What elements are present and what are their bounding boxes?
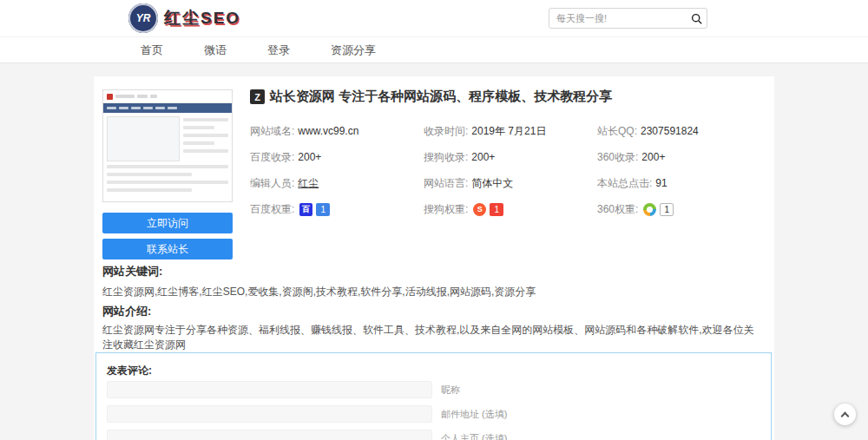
sogou-weight-badge: 1 [490,203,503,216]
page-title: 站长资源网 专注于各种网站源码、程序模板、技术教程分享 [270,89,612,105]
sogou-icon: S [473,203,486,216]
site-info-grid: 网站域名: www.vc99.cn 收录时间: 2019年 7月21日 站长QQ… [250,118,771,222]
keywords-text: 红尘资源网,红尘博客,红尘SEO,爱收集,资源阁,技术教程,软件分享,活动线报,… [102,285,536,299]
comment-heading: 发表评论: [107,364,152,378]
info-domain: 网站域名: www.vc99.cn [250,124,424,139]
search-button[interactable] [687,9,707,28]
site-thumbnail[interactable] [102,89,233,202]
info-label: 网站语言: [424,176,468,191]
thumb-line [107,181,228,184]
info-value: 200+ [471,151,495,163]
homepage-label: 个人主页 (选填) [441,432,507,440]
info-total-clicks: 本站总点击: 91 [597,176,771,191]
info-value: 200+ [298,151,321,163]
info-value: 2019年 7月21日 [471,124,546,139]
intro-heading: 网站介绍: [102,304,151,319]
info-baidu-weight: 百度权重: 百 1 [250,202,424,217]
thumb-line [183,141,214,145]
info-label: 360权重: [597,202,638,217]
info-value: 简体中文 [471,176,513,191]
email-input[interactable] [107,405,432,423]
nickname-label: 昵称 [441,384,460,397]
thumb-line [183,118,228,121]
nav-item-weiyu[interactable]: 微语 [204,43,227,58]
contact-webmaster-button[interactable]: 联系站长 [102,239,233,259]
comment-form: 发表评论: 昵称 邮件地址 (选填) 个人主页 (选填) [95,352,772,440]
site-logo[interactable]: YR 红尘SEO [128,3,240,33]
thumb-nav [103,103,232,113]
info-baidu-included: 百度收录: 200+ [250,150,424,165]
editor-link[interactable]: 红尘 [298,176,319,191]
thumb-line [107,188,192,192]
thumb-logo [107,94,113,100]
info-360-included: 360收录: 200+ [597,150,771,165]
logo-monogram-icon: YR [128,3,158,33]
back-to-top-button[interactable] [834,404,856,425]
info-label: 百度权重: [250,202,294,217]
comment-field-row: 个人主页 (选填) [107,430,507,440]
thumb-footer [103,165,232,192]
info-value: 200+ [641,151,665,163]
nickname-input[interactable] [107,381,432,398]
thumb-bar [150,95,157,98]
thumb-nav-seg [131,107,141,109]
info-value: www.vc99.cn [298,125,358,137]
thumb-line [107,165,228,168]
thumb-nav-seg [119,107,128,109]
info-label: 本站总点击: [597,176,652,191]
site-detail-card: Z 站长资源网 专注于各种网站源码、程序模板、技术教程分享 网站域名: www.… [94,76,774,440]
nav-item-home[interactable]: 首页 [141,43,163,58]
360-weight-badge: 1 [660,203,674,216]
main-nav: 首页 微语 登录 资源分享 [0,36,868,63]
thumb-main-block [107,116,180,161]
info-label: 网站域名: [250,124,294,139]
info-value: 2307591824 [641,125,699,137]
search-icon [691,13,702,24]
info-webmaster-qq: 站长QQ: 2307591824 [597,124,771,139]
info-label: 360收录: [597,150,638,165]
info-label: 收录时间: [424,124,468,139]
thumb-bar [137,95,148,98]
info-editor: 编辑人员: 红尘 [250,176,424,191]
site-title-row: Z 站长资源网 专注于各种网站源码、程序模板、技术教程分享 [250,89,612,105]
thumb-line [183,134,228,137]
email-label: 邮件地址 (选填) [441,408,507,421]
keywords-heading: 网站关键词: [102,264,162,279]
top-header: YR 红尘SEO [0,0,868,36]
info-label: 站长QQ: [597,124,637,139]
comment-field-row: 邮件地址 (选填) [107,405,507,423]
site-favicon-icon: Z [250,89,265,104]
info-sogou-weight: 搜狗权重: S 1 [424,202,597,217]
nav-item-login[interactable]: 登录 [267,43,290,58]
thumb-sidebar [183,116,228,161]
thumb-bar [115,95,135,98]
baidu-icon: 百 [299,203,312,216]
thumb-body [103,113,232,165]
chevron-up-icon [841,411,850,420]
comment-field-row: 昵称 [107,381,460,398]
360-icon [643,203,656,216]
thumb-line [107,173,192,176]
info-value: 91 [655,177,667,189]
search-box [549,8,707,29]
info-360-weight: 360权重: 1 [597,202,771,217]
thumb-nav-seg [168,107,177,109]
thumb-nav-seg [143,107,153,109]
thumb-line [183,149,228,153]
info-included-date: 收录时间: 2019年 7月21日 [424,124,597,139]
info-label: 搜狗权重: [424,202,468,217]
search-input[interactable] [549,9,687,28]
info-language: 网站语言: 简体中文 [424,176,597,191]
visit-site-button[interactable]: 立即访问 [102,213,233,233]
thumb-nav-seg [107,107,116,109]
thumb-line [183,126,214,129]
info-sogou-included: 搜狗收录: 200+ [424,150,597,165]
nav-item-resource-share[interactable]: 资源分享 [331,43,376,58]
logo-text: 红尘SEO [164,7,240,30]
info-label: 编辑人员: [250,176,294,191]
homepage-input[interactable] [107,430,432,440]
thumb-nav-seg [155,107,165,109]
baidu-weight-badge: 1 [316,203,330,216]
intro-text: 红尘资源网专注于分享各种资源、福利线报、赚钱线报、软件工具、技术教程,以及来自全… [102,323,762,352]
thumb-header [103,90,232,103]
